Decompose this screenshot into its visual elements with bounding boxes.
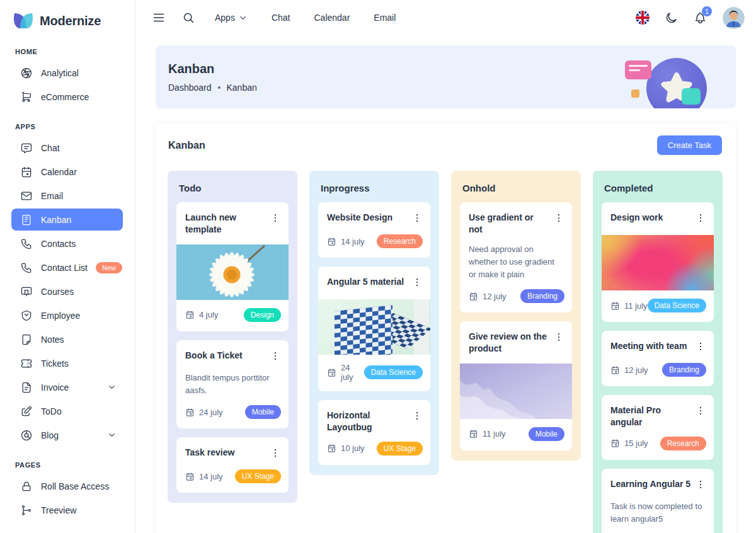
sidebar-item-notes[interactable]: Notes (11, 328, 123, 350)
sidebar-item-label: Tickets (41, 358, 69, 369)
search-icon[interactable] (182, 11, 196, 25)
sidebar-nav: HOMEAnalyticaleCommerceAPPSChatCalendarE… (11, 48, 123, 521)
sidebar-item-chat[interactable]: Chat (11, 137, 123, 159)
card-footer: 15 julyResearch (602, 428, 714, 460)
brand-logo[interactable]: Modernize (11, 10, 123, 33)
nav-item-calendar[interactable]: Calendar (314, 13, 350, 23)
card-title: Material Pro angular (610, 404, 691, 428)
kanban-card[interactable]: Material Pro angular15 julyResearch (602, 395, 714, 460)
dots-vertical-icon[interactable] (695, 405, 706, 419)
sidebar-item-kanban[interactable]: Kanban (11, 209, 123, 231)
kanban-card[interactable]: Website Design14 julyResearch (318, 202, 430, 258)
sidebar-item-invoice[interactable]: Invoice (11, 376, 123, 398)
dots-vertical-icon[interactable] (553, 331, 564, 345)
cube-teal-shape (682, 88, 701, 105)
kanban-icon (20, 214, 33, 226)
note-icon (20, 333, 33, 346)
card-date-text: 12 july (483, 292, 507, 301)
sidebar-item-label: Kanban (41, 215, 71, 225)
sidebar-item-ecommerce[interactable]: eCommerce (11, 86, 123, 108)
kanban-card[interactable]: Design work11 julyData Science (602, 202, 714, 322)
dots-vertical-icon[interactable] (270, 212, 281, 226)
board-columns: TodoLaunch new template4 julyDesignBook … (168, 171, 723, 533)
card-title: Give review on the product (469, 331, 549, 355)
card-image-daisy (176, 244, 289, 300)
dots-vertical-icon[interactable] (411, 410, 423, 424)
calendar-small-icon (185, 408, 195, 417)
calendar-small-icon (610, 301, 620, 311)
sidebar-item-tickets[interactable]: Tickets (11, 352, 123, 374)
card-header: Launch new template (176, 202, 289, 236)
kanban-card[interactable]: Horizontal Layoutbug10 julyUX Stage (318, 400, 430, 465)
sidebar-item-label: Invoice (41, 382, 69, 393)
sidebar-item-todo[interactable]: ToDo (11, 400, 123, 422)
card-header: Learning Angular 5 (602, 469, 714, 493)
user-avatar[interactable] (723, 7, 745, 29)
card-date: 15 july (610, 438, 648, 448)
kanban-card[interactable]: Meeting with team12 julyBranding (602, 331, 714, 386)
dots-vertical-icon[interactable] (270, 447, 281, 461)
dots-vertical-icon[interactable] (270, 350, 281, 364)
card-header: Use gradient or not (460, 202, 572, 236)
sidebar: Modernize HOMEAnalyticaleCommerceAPPSCha… (0, 0, 135, 533)
invoice-icon (20, 381, 33, 394)
card-title: Task review (185, 447, 234, 459)
nav-item-email[interactable]: Email (374, 13, 396, 23)
calendar-small-icon (610, 365, 620, 375)
notifications-bell-icon[interactable]: 1 (694, 11, 707, 25)
calendar-small-icon (327, 237, 336, 246)
kanban-card[interactable]: Angular 5 material24 julyData Science (318, 266, 430, 391)
dots-vertical-icon[interactable] (695, 479, 706, 493)
tag-badge: Branding (520, 289, 564, 303)
sidebar-item-employee[interactable]: Employee (11, 304, 123, 326)
sidebar-item-analytical[interactable]: Analytical (11, 62, 123, 84)
card-date: 12 july (469, 292, 507, 301)
sidebar-item-calendar[interactable]: Calendar (11, 161, 123, 183)
kanban-card[interactable]: Give review on the product11 julyMobile (460, 321, 572, 450)
banner-illustration (624, 45, 718, 108)
sidebar-item-courses[interactable]: Courses (11, 280, 123, 302)
kanban-card[interactable]: Task review14 julyUX Stage (176, 437, 289, 493)
sidebar-item-email[interactable]: Email (11, 185, 123, 207)
sidebar-item-label: Blog (41, 430, 59, 440)
dots-vertical-icon[interactable] (695, 212, 706, 226)
card-date-text: 11 july (483, 429, 506, 438)
nav-item-chat[interactable]: Chat (272, 13, 290, 23)
chevron-down-icon (107, 430, 117, 440)
card-title: Meeting with team (610, 340, 687, 352)
sidebar-item-contacts[interactable]: Contacts (11, 232, 123, 255)
kanban-card[interactable]: Launch new template4 julyDesign (176, 202, 289, 331)
card-date-text: 14 july (341, 237, 365, 246)
hamburger-icon[interactable] (152, 11, 166, 25)
card-title: Launch new template (185, 212, 266, 236)
breadcrumb-dashboard-link[interactable]: Dashboard (168, 83, 212, 93)
card-date: 11 july (469, 429, 506, 438)
create-task-button[interactable]: Create Task (657, 135, 722, 155)
kanban-card[interactable]: Use gradient or notNeed approval on whet… (460, 202, 572, 312)
sidebar-item-label: ToDo (41, 406, 62, 416)
nav-item-apps[interactable]: Apps (215, 13, 248, 23)
sidebar-item-blog[interactable]: Blog (11, 424, 123, 446)
card-date-text: 10 july (341, 444, 365, 453)
dots-vertical-icon[interactable] (411, 277, 423, 290)
sidebar-item-treeview[interactable]: Treeview (11, 499, 123, 521)
brand-logo-icon (13, 13, 34, 29)
chevron-down-icon (238, 13, 248, 23)
kanban-card[interactable]: Learning Angular 5Task is now completed … (602, 469, 714, 533)
language-flag-icon[interactable] (636, 11, 650, 25)
card-description: Task is now completed to learn angular5 (602, 493, 714, 525)
sidebar-section-label: APPS (15, 123, 123, 130)
sidebar-item-contact-list[interactable]: Contact ListNew (11, 256, 123, 278)
kanban-card[interactable]: Book a TicketBlandit tempus porttitor aa… (176, 340, 289, 428)
dots-vertical-icon[interactable] (695, 341, 706, 355)
kanban-column-completed: CompletedDesign work11 julyData ScienceM… (593, 171, 723, 533)
topbar-right: 1 (636, 7, 745, 29)
card-footer: 26 julyDesign (602, 525, 714, 533)
tag-badge: Research (660, 437, 706, 450)
dots-vertical-icon[interactable] (411, 212, 423, 226)
tag-badge: UX Stage (377, 442, 423, 456)
topbar-nav: AppsChatCalendarEmail (215, 13, 396, 23)
sidebar-item-roll-base-access[interactable]: Roll Base Access (11, 475, 123, 497)
dots-vertical-icon[interactable] (553, 212, 564, 226)
dark-mode-moon-icon[interactable] (665, 11, 679, 25)
